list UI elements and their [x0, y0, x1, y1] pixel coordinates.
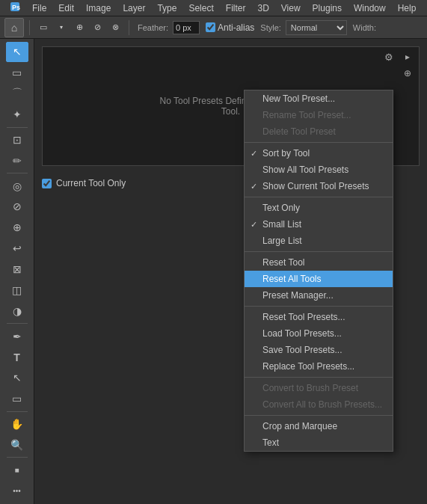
- gear-icon[interactable]: ⚙: [384, 52, 398, 65]
- collapse-button[interactable]: ▸: [402, 52, 413, 62]
- checkmark-small-list: ✓: [251, 220, 257, 230]
- canvas-area: ⚙ ▸ ⊕ No Tool Presets Defined for Curren…: [34, 39, 427, 504]
- tool-gradient[interactable]: ◫: [6, 280, 28, 301]
- menu-item-label-load-tool-presets: Load Tool Presets...: [262, 328, 342, 339]
- toolbar: ⌂ ▭ ▾ ⊕ ⊘ ⊗ Feather: Anti-alias Style: N…: [0, 16, 427, 39]
- add-preset-button[interactable]: ⊕: [402, 68, 413, 79]
- menu-item-sort-by-tool[interactable]: ✓Sort by Tool: [245, 145, 393, 162]
- tool-sep-3: [7, 323, 28, 324]
- menu-item-show-all-tool-presets[interactable]: Show All Tool Presets: [245, 162, 393, 178]
- tool-type[interactable]: T: [6, 347, 28, 367]
- style-select[interactable]: Normal Fixed Ratio Fixed Size: [286, 20, 347, 35]
- menu-item-crop-and-marquee[interactable]: Crop and Marquee: [245, 418, 393, 434]
- menu-item-preset-manager[interactable]: Preset Manager...: [245, 287, 393, 304]
- tool-magic-wand[interactable]: ✦: [6, 105, 28, 125]
- home-button[interactable]: ⌂: [4, 18, 24, 37]
- marquee-tools-group: ▭ ▾ ⊕ ⊘ ⊗: [35, 19, 123, 36]
- menu-item-show-current-tool-presets[interactable]: ✓Show Current Tool Presets: [245, 178, 393, 194]
- menu-item-label-convert-to-brush-preset: Convert to Brush Preset: [262, 383, 358, 393]
- marquee-option-btn[interactable]: ▾: [53, 19, 70, 36]
- antialias-label: Anti-alias: [218, 22, 254, 33]
- tool-eyedropper[interactable]: ✏: [6, 150, 28, 170]
- tool-history-brush[interactable]: ↩: [6, 239, 28, 259]
- tool-sep-2: [7, 173, 28, 173]
- menu-type[interactable]: Type: [152, 1, 182, 15]
- toolbar-separator-1: [29, 20, 30, 35]
- menu-item-reset-tool[interactable]: Reset Tool: [245, 254, 393, 271]
- menu-edit[interactable]: Edit: [53, 1, 79, 15]
- menu-item-new-tool-preset[interactable]: New Tool Preset...: [245, 90, 393, 107]
- width-label: Width:: [353, 23, 376, 32]
- tool-btn-2[interactable]: ⊕: [71, 19, 87, 36]
- menu-item-load-tool-presets[interactable]: Load Tool Presets...: [245, 325, 393, 342]
- tool-move[interactable]: ↖: [6, 42, 28, 62]
- tool-sep-5: [7, 457, 28, 458]
- tool-eraser[interactable]: ⊠: [6, 259, 28, 280]
- menu-bar: Ps File Edit Image Layer Type Select Fil…: [0, 0, 427, 16]
- menu-plugins[interactable]: Plugins: [307, 1, 347, 15]
- menu-item-label-replace-tool-presets: Replace Tool Presets...: [262, 361, 354, 372]
- tool-pen[interactable]: ✒: [6, 326, 28, 346]
- tool-sep-1: [7, 127, 28, 128]
- menu-file[interactable]: File: [27, 1, 52, 15]
- menu-item-label-reset-all-tools: Reset All Tools: [262, 274, 322, 284]
- tool-rect-marquee[interactable]: ▭: [6, 63, 28, 83]
- menu-window[interactable]: Window: [348, 1, 391, 15]
- menu-item-label-reset-tool: Reset Tool: [262, 257, 304, 268]
- current-tool-checkbox[interactable]: [42, 179, 52, 188]
- menu-item-text-only[interactable]: Text Only: [245, 200, 393, 216]
- menu-item-reset-all-tools[interactable]: Reset All Tools: [245, 271, 393, 287]
- feather-input[interactable]: [173, 21, 200, 34]
- menu-item-rename-tool-preset: Rename Tool Preset...: [245, 107, 393, 123]
- tool-foreground-color[interactable]: ■: [6, 460, 28, 480]
- menu-item-label-text-only: Text Only: [262, 203, 300, 213]
- menu-item-convert-all-to-brush-presets: Convert All to Brush Presets...: [245, 396, 393, 413]
- no-presets-text2: Tool.: [221, 106, 240, 117]
- menu-ps[interactable]: Ps: [4, 0, 25, 16]
- menu-item-replace-tool-presets[interactable]: Replace Tool Presets...: [245, 358, 393, 375]
- tool-brush[interactable]: ⊘: [6, 197, 28, 217]
- menu-separator-after-large-list: [245, 251, 393, 252]
- menu-help[interactable]: Help: [393, 1, 422, 15]
- tool-lasso[interactable]: ⌒: [6, 84, 28, 104]
- menu-item-label-crop-and-marquee: Crop and Marquee: [262, 421, 337, 431]
- menu-item-small-list[interactable]: ✓Small List: [245, 216, 393, 233]
- menu-item-text[interactable]: Text: [245, 434, 393, 451]
- tool-spot-heal[interactable]: ◎: [6, 176, 28, 196]
- menu-layer[interactable]: Layer: [117, 1, 150, 15]
- menu-separator-after-convert-all-to-brush-presets: [245, 415, 393, 416]
- toolbar-separator-2: [129, 20, 129, 35]
- tool-crop[interactable]: ⊡: [6, 129, 28, 150]
- current-tool-label: Current Tool Only: [56, 178, 126, 188]
- dropdown-menu: New Tool Preset...Rename Tool Preset...D…: [244, 90, 393, 452]
- antialias-checkbox-group: Anti-alias: [206, 22, 254, 33]
- menu-filter[interactable]: Filter: [221, 1, 251, 15]
- tool-zoom[interactable]: 🔍: [6, 435, 28, 455]
- feather-label: Feather:: [138, 23, 168, 32]
- menu-separator-after-replace-tool-presets: [245, 377, 393, 378]
- tool-btn-3[interactable]: ⊘: [89, 19, 105, 36]
- menu-item-reset-tool-presets[interactable]: Reset Tool Presets...: [245, 309, 393, 325]
- tool-btn-4[interactable]: ⊗: [107, 19, 123, 36]
- menu-view[interactable]: View: [276, 1, 306, 15]
- menu-image[interactable]: Image: [81, 1, 116, 15]
- tool-shape[interactable]: ▭: [6, 389, 28, 409]
- tool-dodge[interactable]: ◑: [6, 301, 28, 321]
- tool-stamp[interactable]: ⊕: [6, 218, 28, 238]
- menu-item-large-list[interactable]: Large List: [245, 233, 393, 249]
- menu-3d[interactable]: 3D: [252, 1, 274, 15]
- menu-item-label-convert-all-to-brush-presets: Convert All to Brush Presets...: [262, 399, 382, 410]
- rect-marquee-btn[interactable]: ▭: [35, 19, 52, 36]
- tool-hand[interactable]: ✋: [6, 414, 28, 434]
- menu-item-label-save-tool-presets: Save Tool Presets...: [262, 345, 342, 355]
- tool-sep-4: [7, 411, 28, 412]
- menu-item-label-show-all-tool-presets: Show All Tool Presets: [262, 165, 348, 175]
- menu-item-delete-tool-preset: Delete Tool Preset: [245, 123, 393, 140]
- menu-item-label-large-list: Large List: [262, 236, 302, 246]
- tool-more[interactable]: •••: [6, 481, 28, 501]
- menu-select[interactable]: Select: [183, 1, 218, 15]
- menu-item-label-reset-tool-presets: Reset Tool Presets...: [262, 312, 345, 322]
- menu-item-save-tool-presets[interactable]: Save Tool Presets...: [245, 342, 393, 358]
- tool-path-select[interactable]: ↖: [6, 368, 28, 388]
- antialias-checkbox[interactable]: [206, 22, 215, 32]
